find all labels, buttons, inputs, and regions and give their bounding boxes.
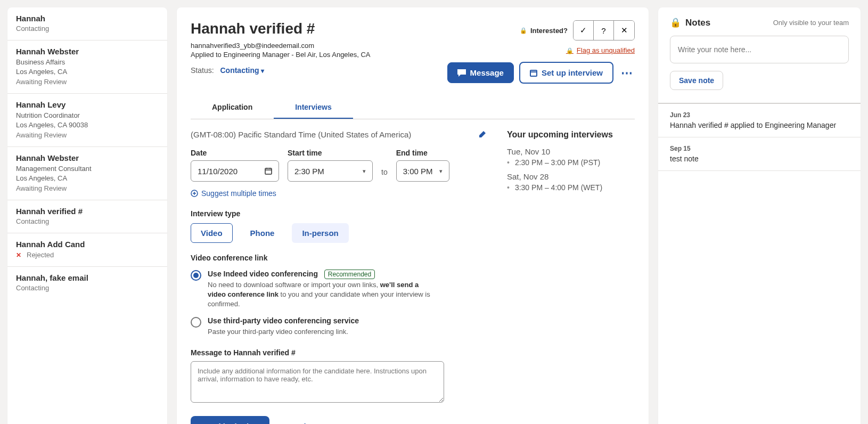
interested-maybe-button[interactable]: ? [594, 21, 614, 40]
candidate-status: Contacting [16, 25, 159, 32]
note-text: test note [670, 154, 849, 163]
radio-third-party-desc: Paste your third-party video conferencin… [208, 327, 359, 337]
cancel-link[interactable]: Cancel [280, 422, 306, 424]
candidate-row[interactable]: Hannah verified #Contacting [7, 200, 167, 233]
chevron-down-icon: ▾ [363, 168, 366, 175]
notes-subtitle: Only visible to your team [773, 19, 849, 27]
save-note-button[interactable]: Save note [670, 71, 723, 90]
tab-interviews[interactable]: Interviews [274, 96, 353, 119]
suggest-multiple-times-link[interactable]: Suggest multiple times [191, 189, 276, 198]
radio-indeed-desc: No need to download software or import y… [208, 280, 431, 309]
timezone-text: (GMT-08:00) Pacific Standard Time (Unite… [191, 130, 411, 139]
upcoming-item: Tue, Nov 10 2:30 PM – 3:00 PM (PST) [507, 147, 635, 167]
message-icon [457, 69, 466, 77]
interview-type-label: Interview type [191, 209, 486, 218]
lock-icon: 🔒 [670, 17, 681, 28]
interested-no-button[interactable]: ✕ [614, 21, 634, 40]
candidate-row[interactable]: HannahContacting [7, 7, 167, 40]
candidate-name: Hannah, fake email [16, 273, 159, 282]
radio-third-party-title: Use third-party video conferencing servi… [208, 316, 359, 325]
send-invitation-button[interactable]: Send invitation [191, 416, 269, 424]
candidate-status: Contacting [16, 217, 159, 225]
radio-indeed-title: Use Indeed video conferencing [208, 270, 318, 278]
candidate-status: Awaiting Review [16, 184, 159, 192]
upcoming-time: 2:30 PM – 3:00 PM (PST) [507, 158, 635, 167]
candidate-row[interactable]: Hannah, fake emailContacting [7, 267, 167, 299]
candidate-name: Hannah [16, 14, 159, 23]
type-video-pill[interactable]: Video [191, 223, 233, 243]
candidate-email: hannahverified3_ybb@indeedemail.com [191, 42, 371, 50]
message-button-label: Message [470, 68, 504, 77]
radio-third-party[interactable] [191, 317, 201, 328]
page-title: Hannah verified # [191, 20, 371, 37]
note-input[interactable] [670, 36, 849, 63]
candidate-row[interactable]: Hannah LevyNutrition CoordinatorLos Ange… [7, 94, 167, 147]
date-value: 11/10/2020 [198, 167, 238, 176]
end-time-select[interactable]: 3:00 PM ▾ [396, 160, 449, 182]
candidate-detail: Hannah verified # hannahverified3_ybb@in… [177, 7, 649, 424]
svg-rect-0 [530, 70, 537, 76]
upcoming-item: Sat, Nov 28 3:30 PM – 4:00 PM (WET) [507, 172, 635, 192]
recommended-badge: Recommended [324, 270, 375, 279]
suggest-link-text: Suggest multiple times [201, 189, 276, 198]
note-text: Hannah verified # applied to Engineering… [670, 121, 849, 129]
plus-circle-icon [191, 190, 198, 197]
status-label: Status: [191, 66, 214, 75]
upcoming-date: Sat, Nov 28 [507, 172, 635, 181]
to-label: to [381, 168, 388, 182]
interested-label-text: Interested? [530, 27, 568, 35]
candidate-status: Awaiting Review [16, 78, 159, 86]
status-dropdown[interactable]: Contacting▾ [220, 66, 264, 75]
applied-to: Applied to Engineering Manager - Bel Air… [191, 51, 371, 59]
start-time-value: 2:30 PM [294, 167, 324, 176]
video-conf-label: Video conference link [191, 254, 486, 262]
more-actions-button[interactable]: ⋯ [619, 66, 635, 80]
status-value-text: Contacting [220, 66, 259, 75]
interested-yes-button[interactable]: ✓ [574, 21, 594, 40]
message-label: Message to Hannah verified # [191, 348, 486, 357]
interested-label: 🔒 Interested? [520, 27, 568, 35]
candidate-status: Awaiting Review [16, 131, 159, 139]
radio-indeed-video[interactable] [191, 270, 201, 281]
notes-panel: 🔒 Notes Only visible to your team Save n… [658, 7, 861, 424]
note-log-item: Sep 15 test note [658, 137, 861, 171]
chevron-down-icon: ▾ [439, 168, 443, 175]
candidate-row[interactable]: Hannah WebsterManagement ConsultantLos A… [7, 147, 167, 200]
tab-application[interactable]: Application [191, 96, 274, 119]
interested-button-group: ✓ ? ✕ [573, 20, 635, 40]
svg-rect-1 [265, 168, 272, 174]
calendar-picker-icon [265, 167, 272, 175]
candidate-detail-line: Los Angeles, CA [16, 67, 159, 77]
setup-interview-button[interactable]: Set up interview [519, 62, 613, 84]
start-time-label: Start time [288, 149, 373, 157]
candidate-row[interactable]: Hannah Add Cand✕Rejected [7, 233, 167, 267]
candidate-detail-line: Business Affairs [16, 58, 159, 67]
note-log-item: Jun 23 Hannah verified # applied to Engi… [658, 104, 861, 137]
start-time-select[interactable]: 2:30 PM ▾ [288, 160, 373, 182]
end-time-value: 3:00 PM [403, 167, 433, 176]
upcoming-date: Tue, Nov 10 [507, 147, 635, 156]
candidate-name: Hannah Webster [16, 47, 159, 56]
note-date: Sep 15 [670, 145, 849, 152]
candidate-name: Hannah Webster [16, 153, 159, 162]
candidate-detail-line: Management Consultant [16, 164, 159, 174]
type-phone-pill[interactable]: Phone [240, 223, 285, 243]
note-date: Jun 23 [670, 111, 849, 119]
candidate-name: Hannah Levy [16, 100, 159, 109]
rejected-label: Rejected [27, 251, 54, 259]
date-input[interactable]: 11/10/2020 [191, 160, 279, 182]
upcoming-time: 3:30 PM – 4:00 PM (WET) [507, 183, 635, 192]
edit-timezone-button[interactable] [478, 131, 486, 138]
candidate-row[interactable]: Hannah WebsterBusiness AffairsLos Angele… [7, 40, 167, 94]
end-time-label: End time [396, 149, 449, 157]
candidate-list: HannahContactingHannah WebsterBusiness A… [7, 7, 167, 424]
upcoming-title: Your upcoming interviews [507, 130, 635, 140]
message-textarea[interactable] [191, 361, 444, 403]
tabs: Application Interviews [191, 96, 635, 119]
type-inperson-pill[interactable]: In-person [292, 223, 348, 243]
message-button[interactable]: Message [447, 62, 514, 83]
chevron-down-icon: ▾ [261, 67, 264, 75]
flag-unqualified-link[interactable]: Flag as unqualified [566, 46, 635, 54]
candidate-name: Hannah verified # [16, 207, 159, 216]
date-label: Date [191, 149, 279, 157]
